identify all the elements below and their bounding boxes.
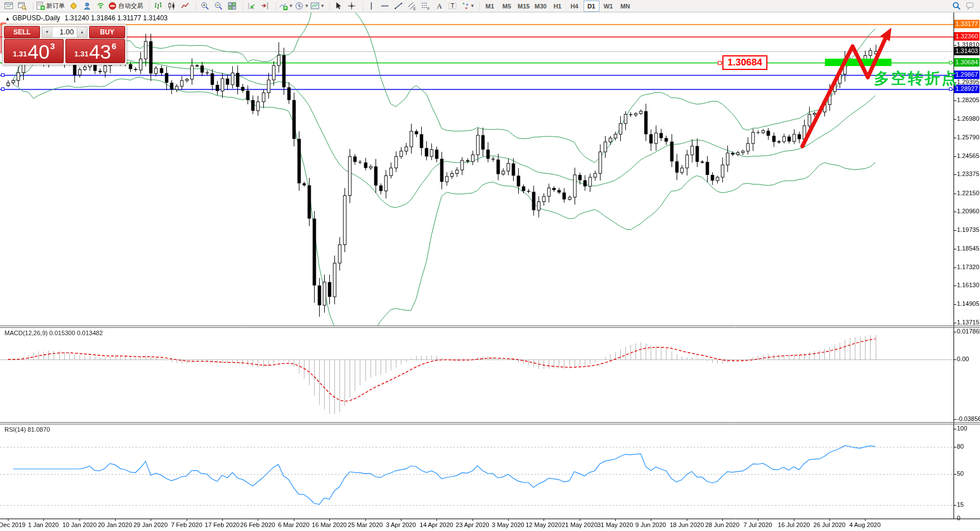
price-axis-tick: 1.23375 [957, 170, 979, 177]
chart-window-icon[interactable] [2, 0, 15, 12]
turning-point-annotation[interactable]: 多空转折点 [874, 68, 959, 89]
rsi-indicator-label: RSI(14) 81.0870 [5, 426, 50, 433]
text-icon[interactable]: A [432, 0, 446, 12]
support-price-label[interactable]: 1.30684 [722, 55, 767, 70]
toolbar: 新订单自动交易▼▼▼EFAT▼M1M5M15M30H1H4D1W1MN [0, 0, 980, 12]
buy-price-sup: 6 [112, 41, 116, 51]
trendline-icon[interactable] [392, 0, 405, 12]
buy-price-small: 1.31 [74, 50, 89, 58]
arrows-icon[interactable]: ▼ [460, 0, 475, 12]
buy-button[interactable]: BUY [89, 26, 125, 38]
price-line-badge: 1.32360 [954, 32, 979, 41]
toolbar-separator [476, 2, 480, 11]
price-axis-tick: 1.22150 [957, 190, 979, 196]
timeframe-button-M5[interactable]: M5 [499, 1, 515, 12]
macd-axis-tick: -0.038561 [957, 415, 980, 422]
price-axis-tick: 1.24565 [957, 152, 979, 159]
svg-text:T: T [451, 3, 454, 9]
search-icon[interactable] [950, 0, 963, 12]
zoom-in-icon[interactable] [198, 0, 211, 12]
rsi-axis-tick: 15 [957, 501, 964, 508]
timeframe-button-H1[interactable]: H1 [550, 1, 566, 12]
fibo-icon[interactable]: F [419, 0, 432, 12]
chart-title: ▲GBPUSD-,Daily1.31240 1.31846 1.31177 1.… [5, 14, 167, 22]
toolbar-separator [272, 2, 276, 11]
bars-chart-icon[interactable] [151, 0, 165, 12]
autoscroll-icon[interactable] [245, 0, 258, 12]
sell-price-sup: 3 [50, 41, 55, 51]
price-axis-tick: 1.16130 [957, 282, 979, 288]
chart-symbol-period: GBPUSD-,Daily [12, 14, 60, 22]
candles-chart-icon[interactable] [165, 0, 178, 12]
templates-button[interactable]: ▼ [310, 0, 325, 12]
timeframe-button-M15[interactable]: M15 [516, 1, 532, 12]
autotrade-button[interactable]: 自动交易 [107, 0, 145, 12]
toolbar-separator [326, 2, 330, 11]
price-axis-tick: 1.13715 [957, 319, 979, 326]
chat-icon[interactable] [963, 0, 977, 12]
dropdown-arrow-icon[interactable]: ▼ [304, 3, 309, 8]
zoom-out-icon[interactable] [211, 0, 225, 12]
new-order-button-label: 新订单 [46, 2, 66, 10]
svg-text:E: E [413, 7, 416, 11]
price-axis-tick: 1.26980 [957, 115, 979, 122]
volume-decrease-button[interactable]: ▼ [42, 27, 52, 37]
channel-icon[interactable]: E [405, 0, 419, 12]
one-click-trading-panel: SELL ▼ 1.00 ▲ BUY 1.31403 1.31436 [2, 24, 127, 65]
rsi-axis-tick: 50 [957, 470, 964, 477]
rsi-axis-tick: 0 [957, 515, 960, 521]
timeframe-button-D1[interactable]: D1 [584, 1, 599, 12]
macd-axis-tick: 0.017865 [957, 328, 980, 335]
label-icon[interactable]: T [446, 0, 460, 12]
line-chart-icon[interactable] [178, 0, 192, 12]
indicators-button[interactable]: ▼ [278, 0, 294, 12]
sell-price-big: 40 [28, 42, 50, 62]
price-axis-tick: 1.20960 [957, 208, 979, 214]
sell-price-panel[interactable]: 1.31403 [4, 39, 64, 63]
rsi-axis-tick: 100 [957, 425, 967, 432]
buy-price-big: 43 [89, 42, 111, 62]
price-axis-tick: 1.14905 [957, 300, 979, 307]
timeframe-button-M30[interactable]: M30 [533, 1, 549, 12]
price-chart-canvas[interactable] [0, 0, 980, 531]
dropdown-arrow-icon[interactable]: ▼ [470, 3, 475, 8]
price-line-badge: 1.30684 [954, 58, 979, 67]
price-axis-tick: 1.18545 [957, 245, 979, 252]
volume-field[interactable]: 1.00 [52, 27, 77, 37]
vline-icon[interactable] [365, 0, 378, 12]
timeframe-button-M1[interactable]: M1 [482, 1, 498, 12]
timeframe-button-H4[interactable]: H4 [567, 1, 582, 12]
price-line-badge: 1.33177 [954, 20, 979, 28]
tile-windows-icon[interactable] [225, 0, 239, 12]
sell-button[interactable]: SELL [4, 26, 40, 38]
price-axis-tick: 1.28205 [957, 96, 979, 103]
rsi-axis-tick: 80 [957, 443, 964, 450]
crosshair-icon[interactable] [345, 0, 359, 12]
dropdown-arrow-icon[interactable]: ▼ [320, 3, 325, 8]
timeframe-button-MN[interactable]: MN [617, 1, 633, 12]
volume-increase-button[interactable]: ▲ [77, 27, 87, 37]
toolbar-separator [145, 2, 149, 11]
new-order-button[interactable]: 新订单 [35, 0, 67, 12]
cursor-icon[interactable] [332, 0, 345, 12]
toolbar-separator [29, 2, 33, 11]
community-icon[interactable] [80, 0, 94, 12]
periods-button[interactable]: ▼ [294, 0, 310, 12]
volume-stepper: ▼ 1.00 ▲ [42, 27, 87, 38]
buy-price-panel[interactable]: 1.31436 [65, 39, 125, 63]
toolbar-separator [359, 2, 363, 11]
autotrade-button-label: 自动交易 [118, 2, 144, 10]
toolbar-separator [239, 2, 243, 11]
timeframe-button-W1[interactable]: W1 [601, 1, 616, 12]
support-price-value: 1.30684 [727, 57, 762, 68]
mt4-window: 新订单自动交易▼▼▼EFAT▼M1M5M15M30H1H4D1W1MN ▲GBP… [0, 0, 980, 531]
signals-icon[interactable] [94, 0, 107, 12]
gold-icon[interactable] [67, 0, 80, 12]
profiles-icon[interactable] [15, 0, 29, 12]
svg-text:A: A [437, 2, 443, 10]
chart-shift-icon[interactable] [258, 0, 272, 12]
panel-collapse-icon[interactable]: ▲ [5, 16, 10, 21]
dropdown-arrow-icon[interactable]: ▼ [289, 3, 293, 8]
macd-indicator-label: MACD(12,26,9) 0.015300 0.013482 [5, 330, 103, 336]
hline-icon[interactable] [378, 0, 392, 12]
